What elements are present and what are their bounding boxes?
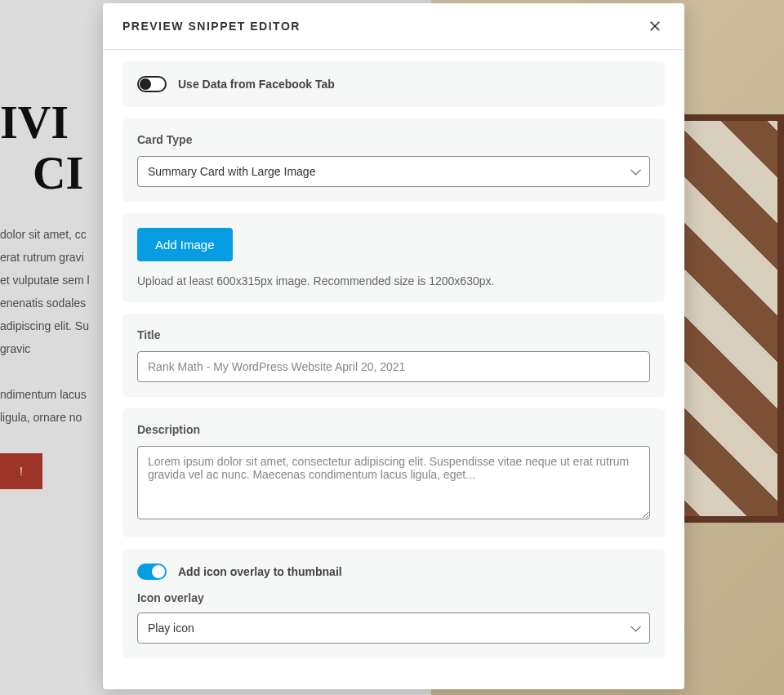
icon-overlay-select[interactable]: Play icon bbox=[138, 613, 649, 643]
modal-body[interactable]: Use Data from Facebook Tab Card Type Sum… bbox=[103, 50, 684, 689]
card-type-select[interactable]: Summary Card with Large Image bbox=[138, 157, 649, 186]
modal-title: Preview Snippet Editor bbox=[122, 20, 301, 33]
title-card: Title bbox=[122, 314, 665, 397]
card-type-card: Card Type Summary Card with Large Image bbox=[122, 118, 665, 202]
icon-overlay-toggle-label: Add icon overlay to thumbnail bbox=[178, 565, 342, 578]
facebook-data-card: Use Data from Facebook Tab bbox=[122, 61, 665, 107]
icon-overlay-toggle[interactable] bbox=[137, 564, 167, 580]
card-type-select-wrap: Summary Card with Large Image bbox=[137, 156, 650, 187]
facebook-toggle-row: Use Data from Facebook Tab bbox=[137, 76, 650, 92]
modal-header: Preview Snippet Editor bbox=[103, 3, 684, 50]
title-input[interactable] bbox=[137, 351, 650, 382]
icon-overlay-label: Icon overlay bbox=[137, 591, 650, 604]
facebook-data-toggle[interactable] bbox=[137, 76, 167, 92]
description-field-label: Description bbox=[137, 423, 650, 436]
preview-snippet-modal: Preview Snippet Editor Use Data from Fac… bbox=[103, 3, 684, 689]
facebook-toggle-label: Use Data from Facebook Tab bbox=[178, 78, 335, 91]
icon-overlay-card: Add icon overlay to thumbnail Icon overl… bbox=[122, 549, 665, 658]
card-type-label: Card Type bbox=[137, 133, 650, 146]
image-card: Add Image Upload at least 600x315px imag… bbox=[122, 213, 665, 302]
icon-overlay-toggle-row: Add icon overlay to thumbnail bbox=[137, 564, 650, 580]
image-help-text: Upload at least 600x315px image. Recomme… bbox=[137, 274, 650, 287]
close-button[interactable] bbox=[645, 16, 665, 36]
add-image-button[interactable]: Add Image bbox=[137, 228, 233, 261]
description-textarea[interactable] bbox=[137, 446, 650, 519]
description-card: Description bbox=[122, 408, 665, 537]
icon-overlay-select-wrap: Play icon bbox=[137, 613, 650, 644]
close-icon bbox=[648, 19, 662, 33]
title-field-label: Title bbox=[137, 328, 650, 341]
